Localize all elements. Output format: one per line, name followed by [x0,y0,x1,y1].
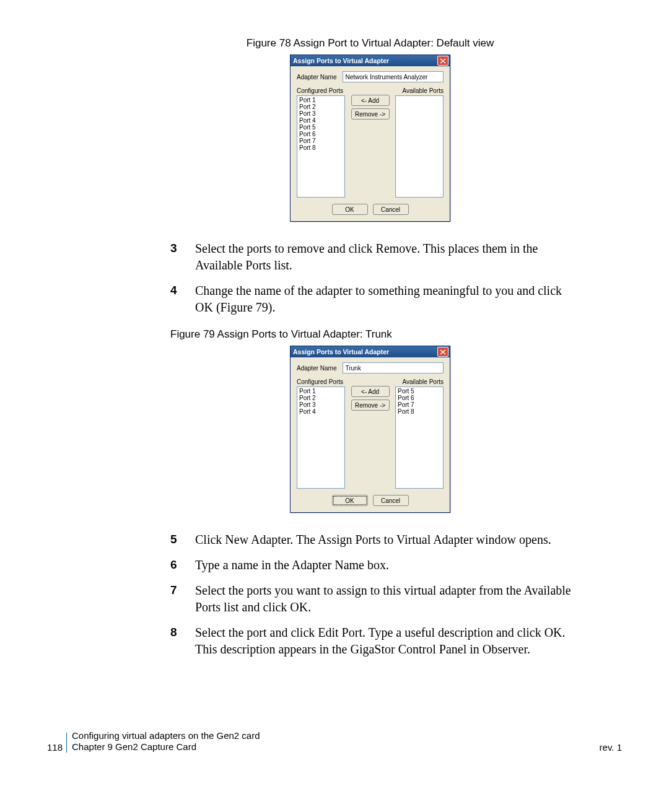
list-item[interactable]: Port 5 [398,388,441,395]
figure-caption-78: Figure 78 Assign Port to Virtual Adapter… [164,37,576,50]
available-ports-label: Available Ports [395,378,444,385]
list-item[interactable]: Port 4 [299,117,343,124]
step-7: 7 Select the ports you want to assign to… [170,582,576,616]
adapter-name-input[interactable] [343,71,444,82]
list-item[interactable]: Port 1 [299,388,343,395]
step-number: 3 [170,240,195,274]
step-number: 5 [170,531,195,548]
list-item[interactable]: Port 2 [299,395,343,401]
step-text: Change the name of the adapter to someth… [195,282,576,316]
available-ports-listbox[interactable]: Port 5 Port 6 Port 7 Port 8 [395,386,444,489]
step-6: 6 Type a name in the Adapter Name box. [170,557,576,574]
step-text: Click New Adapter. The Assign Ports to V… [195,531,576,548]
step-text: Type a name in the Adapter Name box. [195,557,576,574]
remove-button[interactable]: Remove -> [351,399,390,411]
step-3: 3 Select the ports to remove and click R… [170,240,576,274]
list-item[interactable]: Port 4 [299,408,343,415]
footer-revision: rev. 1 [600,742,622,753]
available-ports-listbox[interactable] [395,95,444,198]
configured-ports-listbox[interactable]: Port 1 Port 2 Port 3 Port 4 Port 5 Port … [297,95,345,198]
configured-ports-label: Configured Ports [297,378,345,385]
ok-button[interactable]: OK [332,495,368,506]
close-icon[interactable] [437,347,448,357]
adapter-name-label: Adapter Name [297,365,336,372]
ok-button[interactable]: OK [332,204,368,215]
step-number: 8 [170,624,195,658]
add-button[interactable]: <- Add [351,95,390,106]
cancel-button[interactable]: Cancel [373,495,409,506]
dialog-assign-ports-trunk: Assign Ports to Virtual Adapter Adapter … [290,346,450,513]
adapter-name-label: Adapter Name [297,74,336,81]
dialog-titlebar: Assign Ports to Virtual Adapter [291,55,450,66]
list-item[interactable]: Port 7 [398,401,441,408]
list-item[interactable]: Port 6 [398,395,441,401]
list-item[interactable]: Port 8 [299,144,343,151]
list-item[interactable]: Port 3 [299,401,343,408]
step-text: Select the port and click Edit Port. Typ… [195,624,576,658]
step-number: 7 [170,582,195,616]
remove-button[interactable]: Remove -> [351,108,390,120]
list-item[interactable]: Port 6 [299,131,343,138]
configured-ports-listbox[interactable]: Port 1 Port 2 Port 3 Port 4 [297,386,345,489]
footer-chapter-title: Chapter 9 Gen2 Capture Card [72,741,260,753]
adapter-name-input[interactable] [343,362,444,373]
list-item[interactable]: Port 2 [299,103,343,110]
footer-section-title: Configuring virtual adapters on the Gen2… [72,730,260,741]
page-footer: 118 Configuring virtual adapters on the … [47,730,622,753]
dialog-titlebar: Assign Ports to Virtual Adapter [291,346,450,357]
step-5: 5 Click New Adapter. The Assign Ports to… [170,531,576,548]
step-8: 8 Select the port and click Edit Port. T… [170,624,576,658]
cancel-button[interactable]: Cancel [373,204,409,215]
close-icon[interactable] [437,56,448,66]
list-item[interactable]: Port 8 [398,408,441,415]
list-item[interactable]: Port 3 [299,110,343,117]
step-number: 6 [170,557,195,574]
step-text: Select the ports you want to assign to t… [195,582,576,616]
figure-caption-79: Figure 79 Assign Ports to Virtual Adapte… [170,328,576,341]
add-button[interactable]: <- Add [351,386,390,397]
list-item[interactable]: Port 7 [299,138,343,144]
list-item[interactable]: Port 1 [299,97,343,103]
available-ports-label: Available Ports [395,87,444,94]
dialog-title: Assign Ports to Virtual Adapter [293,57,437,64]
dialog-assign-ports-default: Assign Ports to Virtual Adapter Adapter … [290,55,450,222]
list-item[interactable]: Port 5 [299,124,343,131]
step-number: 4 [170,282,195,316]
step-text: Select the ports to remove and click Rem… [195,240,576,274]
dialog-title: Assign Ports to Virtual Adapter [293,348,437,356]
configured-ports-label: Configured Ports [297,87,345,94]
page-number: 118 [47,742,63,753]
step-4: 4 Change the name of the adapter to some… [170,282,576,316]
footer-divider [66,733,67,753]
